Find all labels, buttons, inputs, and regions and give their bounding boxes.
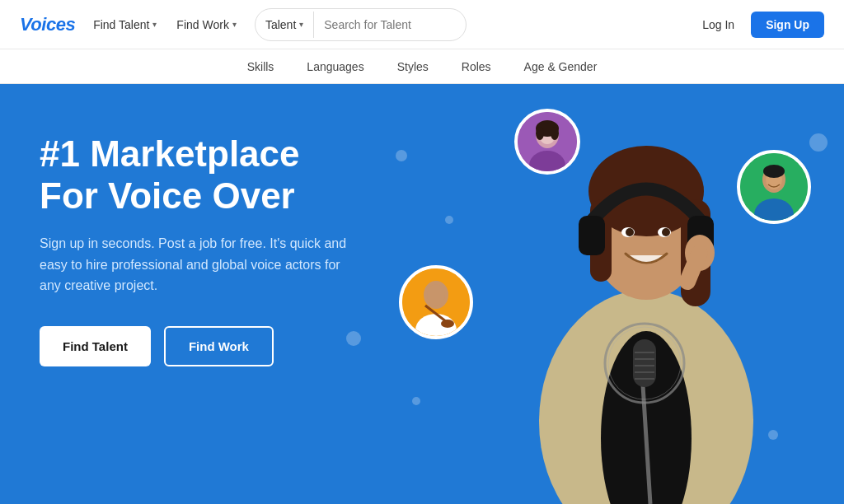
main-person bbox=[490, 92, 803, 504]
avatar-middle-left bbox=[399, 265, 473, 339]
subnav-item-languages[interactable]: Languages bbox=[307, 60, 363, 73]
subnav-item-age-gender[interactable]: Age & Gender bbox=[524, 60, 598, 73]
find-talent-chevron-icon: ▾ bbox=[152, 20, 157, 29]
svg-rect-31 bbox=[579, 216, 605, 255]
hero-content: #1 Marketplace For Voice Over Sign up in… bbox=[40, 133, 386, 366]
hero-cta-buttons: Find Talent Find Work bbox=[40, 326, 386, 366]
avatar-middle-left-image bbox=[402, 268, 470, 336]
category-chevron-icon: ▾ bbox=[299, 20, 303, 29]
find-work-nav-button[interactable]: Find Work ▾ bbox=[168, 13, 245, 36]
header: Voices Find Talent ▾ Find Work ▾ Talent … bbox=[0, 0, 844, 49]
login-button[interactable]: Log In bbox=[689, 12, 748, 38]
svg-point-14 bbox=[441, 320, 454, 328]
signup-button[interactable]: Sign Up bbox=[751, 12, 824, 38]
svg-point-30 bbox=[662, 228, 670, 236]
find-work-chevron-icon: ▾ bbox=[232, 20, 237, 29]
search-input[interactable] bbox=[314, 12, 466, 38]
hero-title: #1 Marketplace For Voice Over bbox=[40, 133, 386, 217]
logo[interactable]: Voices bbox=[20, 14, 75, 35]
subnav: Skills Languages Styles Roles Age & Gend… bbox=[0, 49, 844, 84]
svg-point-12 bbox=[427, 284, 445, 306]
hero-find-work-button[interactable]: Find Work bbox=[164, 326, 274, 366]
find-talent-nav-button[interactable]: Find Talent ▾ bbox=[85, 13, 165, 36]
search-bar: Talent ▾ bbox=[255, 8, 467, 41]
subnav-item-skills[interactable]: Skills bbox=[247, 60, 274, 73]
search-category-dropdown[interactable]: Talent ▾ bbox=[256, 12, 314, 38]
main-person-illustration bbox=[490, 92, 803, 504]
hero-section: #1 Marketplace For Voice Over Sign up in… bbox=[0, 84, 844, 504]
svg-point-29 bbox=[626, 228, 634, 236]
svg-rect-35 bbox=[633, 339, 656, 387]
hero-find-talent-button[interactable]: Find Talent bbox=[40, 326, 151, 366]
hero-visual bbox=[349, 84, 844, 504]
hero-subtitle: Sign up in seconds. Post a job for free.… bbox=[40, 233, 353, 296]
subnav-item-roles[interactable]: Roles bbox=[462, 60, 491, 73]
subnav-item-styles[interactable]: Styles bbox=[397, 60, 429, 73]
